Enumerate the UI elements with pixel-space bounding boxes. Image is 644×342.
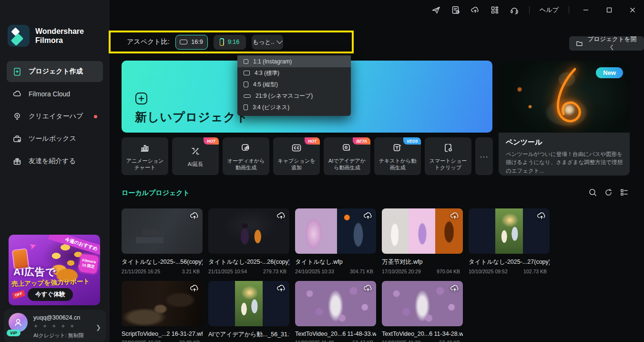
project-thumbnail[interactable] [208, 208, 289, 254]
layout-grid-icon[interactable] [490, 5, 500, 15]
project-card[interactable]: タイトルなし-2025-...56(copy).wfp 21/11/2025 1… [122, 208, 203, 274]
upload-cloud-icon[interactable] [450, 283, 460, 294]
promo-banner[interactable]: ➤ 今週のおすすめ Filmora 15 限定 AI広告で 売上アップを強力サポ… [9, 235, 100, 305]
monitor-icon [180, 40, 187, 44]
tool-add-captions[interactable]: HOT キャプションを追加 [273, 137, 320, 175]
tool-ai-idea-to-video[interactable]: BETA AIでアイデアから動画生成 [324, 137, 370, 175]
tool-label: スマートショートクリップ [425, 157, 471, 171]
account-chevron-icon[interactable]: ❯ [96, 324, 101, 331]
avatar[interactable] [9, 313, 28, 332]
ai-credit-label: AIクレジット: 無制限 [33, 332, 84, 339]
project-card[interactable]: ScriptToVideo_...2 16-31-27.wfp 22/09/20… [122, 281, 203, 342]
dropdown-item-4-5[interactable]: 4:5 (縦型) [237, 79, 351, 90]
tool-ai-extend[interactable]: HOT AI延長 [172, 137, 219, 175]
project-date: 10/10/2025 09:52 [469, 269, 508, 274]
upload-cloud-icon[interactable] [189, 283, 200, 294]
promo-headline: AI広告で [13, 265, 56, 279]
sidebar-item-refer-friend[interactable]: 友達を紹介する [7, 151, 103, 172]
open-project-button[interactable]: プロジェクトを開く [569, 36, 644, 51]
sidebar-item-label: クリエイターハブ [29, 112, 83, 121]
aspect-9-16-button[interactable]: 9:16 [214, 35, 246, 50]
sidebar-item-label: 友達を紹介する [29, 157, 76, 166]
ratio-9-16-label: 9:16 [228, 39, 239, 45]
dropdown-item-1-1[interactable]: 1:1 (Instagram) [237, 56, 351, 67]
plus-icon [135, 92, 148, 105]
divider [529, 6, 530, 14]
aspect-more-button[interactable]: もっと.. [252, 35, 283, 50]
tool-audio-to-video[interactable]: オーディオから動画生成 [223, 137, 269, 175]
feature-title: ペンツール [506, 138, 623, 147]
ratio-shape-icon [244, 104, 248, 110]
dropdown-item-21-9[interactable]: 21:9 (シネマスコープ) [237, 90, 351, 102]
cloud-upload-icon[interactable] [470, 5, 480, 15]
refresh-icon[interactable] [604, 188, 613, 197]
dropdown-item-label: 4:3 (標準) [255, 69, 279, 77]
headset-icon[interactable] [510, 5, 519, 15]
dropdown-item-3-4[interactable]: 3:4 (ビジネス) [237, 102, 351, 113]
tool-text-to-video[interactable]: VEO3 テキストから動画生成 [374, 137, 421, 175]
upload-cloud-icon[interactable] [536, 211, 547, 221]
account-panel[interactable]: VIP yuqq@300624.cn ✦ ✦ ✦ ✦ ✦ ❯ AIクレジット: … [4, 310, 106, 342]
help-button[interactable]: ヘルプ [540, 6, 559, 14]
project-card[interactable]: タイトルなし.wfp 24/10/2025 10:33304.71 KB [295, 208, 376, 274]
task-list-icon[interactable] [451, 5, 460, 15]
project-thumbnail[interactable] [208, 281, 289, 326]
notification-dot [94, 115, 97, 118]
aspect-16-9-button[interactable]: 16:9 [175, 35, 208, 50]
sidebar-nav: プロジェクト作成 Filmora Cloud クリエイターハブ ツールボック [7, 61, 103, 173]
sidebar-item-toolbox[interactable]: ツールボックス [7, 128, 103, 149]
search-icon[interactable] [588, 188, 597, 197]
tool-smart-short-clip[interactable]: スマートショートクリップ [425, 137, 471, 175]
sidebar-item-create-project[interactable]: プロジェクト作成 [7, 61, 103, 82]
more-tools-button[interactable]: ··· [475, 137, 493, 175]
brand-line1: Wondershare [35, 27, 84, 36]
maximize-button[interactable] [603, 5, 616, 15]
upload-cloud-icon[interactable] [189, 211, 200, 221]
dropdown-item-4-3[interactable]: 4:3 (標準) [237, 67, 351, 79]
medal-icon: ✦ [61, 323, 65, 330]
upload-cloud-icon[interactable] [450, 211, 460, 221]
sidebar-item-filmora-cloud[interactable]: Filmora Cloud [7, 83, 103, 104]
project-thumbnail[interactable] [382, 281, 463, 326]
titlebar: ヘルプ [431, 3, 639, 17]
project-card[interactable]: TextToVideo_20...6 11-48-33.wfp 16/08/20… [295, 281, 376, 342]
project-thumbnail[interactable] [382, 208, 463, 254]
divider [569, 6, 569, 14]
close-button[interactable] [626, 5, 639, 15]
project-size: 102.73 KB [523, 269, 547, 274]
cc-icon [291, 142, 302, 154]
project-card[interactable]: タイトルなし-2025-...27(copy).wfp 10/10/2025 0… [469, 208, 550, 274]
share-plane-icon[interactable] [431, 5, 441, 15]
minimize-button[interactable] [579, 5, 593, 15]
sidebar-item-creator-hub[interactable]: クリエイターハブ [7, 106, 103, 127]
project-thumbnail[interactable] [295, 281, 376, 326]
project-thumbnail[interactable] [122, 281, 203, 326]
project-card[interactable]: タイトルなし-2025-...26(copy).wfp 21/11/2025 1… [208, 208, 289, 274]
medal-icon: ✦ [70, 323, 74, 330]
upload-cloud-icon[interactable] [363, 211, 373, 221]
toolbox-icon [12, 133, 22, 145]
project-thumbnail[interactable] [122, 208, 203, 254]
upload-cloud-icon[interactable] [363, 283, 373, 294]
sort-view-icon[interactable] [620, 188, 629, 197]
project-size: 3.21 KB [182, 269, 200, 274]
dropdown-item-label: 1:1 (Instagram) [253, 58, 292, 65]
upload-cloud-icon[interactable] [276, 283, 286, 294]
project-thumbnail[interactable] [469, 208, 550, 254]
project-card[interactable]: AIでアイデアから動..._56_31.wfp 22/09/2025 18:16… [208, 281, 289, 342]
local-projects-title: ローカルプロジェクト [122, 189, 190, 197]
feature-image[interactable]: New [499, 61, 630, 133]
projects-row-1: タイトルなし-2025-...56(copy).wfp 21/11/2025 1… [122, 208, 550, 274]
project-card[interactable]: 万圣节对比.wfp 17/10/2025 20:29970.04 KB [382, 208, 463, 274]
project-card[interactable]: TextToVideo_20...6 11-34-28.wfp 16/08/20… [382, 281, 463, 342]
tool-animation-chart[interactable]: アニメーションチャート [122, 137, 168, 175]
promo-cta-button[interactable]: 今すぐ体験 [28, 288, 73, 301]
ratio-shape-icon [244, 94, 251, 98]
medal-icon: ✦ [42, 323, 47, 330]
sidebar-item-label: ツールボックス [29, 135, 76, 143]
new-badge: New [596, 67, 623, 78]
feature-description: ペンツールがついに登場！自由にパスや図形を描けるようになり、さまざまな調整方法で… [506, 150, 623, 175]
phone-icon [220, 38, 224, 46]
upload-cloud-icon[interactable] [276, 211, 286, 221]
project-thumbnail[interactable] [295, 208, 376, 254]
